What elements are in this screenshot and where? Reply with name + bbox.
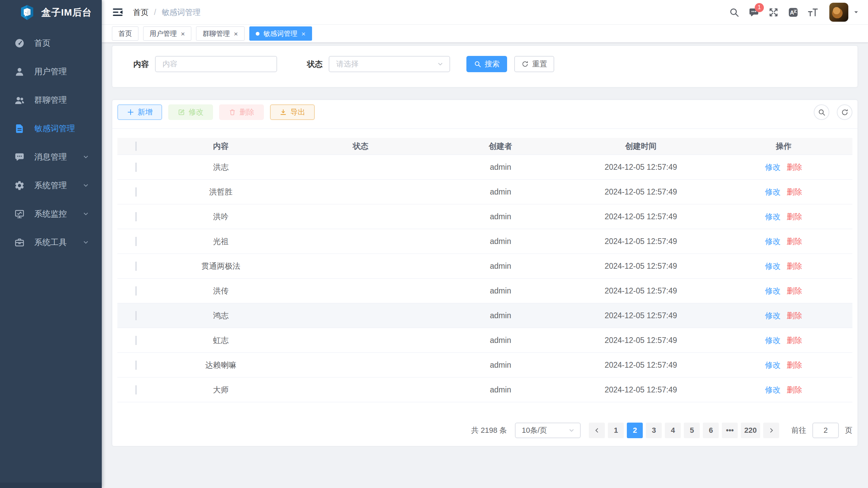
row-checkbox[interactable] <box>135 163 137 172</box>
search-button[interactable]: 搜索 <box>466 56 507 72</box>
row-checkbox[interactable] <box>135 187 137 197</box>
row-edit-link[interactable]: 修改 <box>765 360 780 370</box>
row-edit-link[interactable]: 修改 <box>765 187 780 197</box>
cell-content: 鸿志 <box>155 310 287 321</box>
page-button-2[interactable]: 2 <box>627 423 643 438</box>
sidebar-item-messages[interactable]: 消息管理 <box>0 143 102 171</box>
row-delete-link[interactable]: 删除 <box>787 335 802 346</box>
row-delete-link[interactable]: 删除 <box>787 261 802 271</box>
message-icon <box>14 152 25 162</box>
close-icon[interactable]: × <box>302 30 306 37</box>
add-button[interactable]: 新增 <box>117 104 162 120</box>
page-jump: 前往 页 <box>791 423 852 438</box>
sidebar-item-monitor[interactable]: 系统监控 <box>0 200 102 228</box>
row-checkbox[interactable] <box>135 286 137 296</box>
row-checkbox[interactable] <box>135 212 137 221</box>
select-all-checkbox[interactable] <box>135 142 137 151</box>
sidebar-item-groups[interactable]: 群聊管理 <box>0 86 102 114</box>
pager-ellipsis[interactable]: ••• <box>722 423 738 438</box>
cell-created: 2024-12-05 12:57:49 <box>567 187 715 197</box>
row-edit-link[interactable]: 修改 <box>765 335 780 346</box>
page-size-select[interactable]: 10条/页 <box>515 423 581 438</box>
pager: 123456•••220 <box>589 423 779 438</box>
row-checkbox[interactable] <box>135 262 137 271</box>
row-checkbox[interactable] <box>135 361 137 370</box>
tab-home[interactable]: 首页 <box>112 26 138 41</box>
notifications-message-icon[interactable]: 1 <box>749 7 759 18</box>
sidebar-item-system[interactable]: 系统管理 <box>0 171 102 200</box>
page-button-3[interactable]: 3 <box>646 423 662 438</box>
user-menu[interactable] <box>829 3 859 22</box>
status-filter-select[interactable]: 请选择 <box>329 56 450 72</box>
sidebar-menu: 首页 用户管理 群聊管理 敏感词管理 消息管理 系统管理 系统监控 系统工具 <box>0 25 102 257</box>
status-filter-label: 状态 <box>307 59 323 69</box>
search-icon[interactable] <box>729 7 739 18</box>
row-edit-link[interactable]: 修改 <box>765 236 780 247</box>
page-button-220[interactable]: 220 <box>741 423 760 438</box>
export-button[interactable]: 导出 <box>270 104 315 120</box>
content-filter-input[interactable] <box>155 56 277 72</box>
translate-icon[interactable]: A <box>788 7 798 18</box>
tabbar: 首页 用户管理 × 群聊管理 × 敏感词管理 × <box>102 25 868 43</box>
close-icon[interactable]: × <box>234 30 238 37</box>
close-icon[interactable]: × <box>181 30 185 37</box>
cell-creator: admin <box>434 385 567 394</box>
row-edit-link[interactable]: 修改 <box>765 162 780 172</box>
page-button-4[interactable]: 4 <box>665 423 681 438</box>
next-page-button[interactable] <box>763 423 779 438</box>
row-delete-link[interactable]: 删除 <box>787 187 802 197</box>
cell-content: 光祖 <box>155 236 287 247</box>
row-edit-link[interactable]: 修改 <box>765 385 780 395</box>
font-size-icon[interactable] <box>808 7 818 18</box>
row-checkbox[interactable] <box>135 237 137 246</box>
page-button-5[interactable]: 5 <box>684 423 700 438</box>
content: 内容 状态 请选择 搜索 重置 <box>102 43 868 488</box>
row-checkbox[interactable] <box>135 336 137 345</box>
fullscreen-icon[interactable] <box>768 7 779 18</box>
row-edit-link[interactable]: 修改 <box>765 211 780 222</box>
sidebar-item-tools[interactable]: 系统工具 <box>0 228 102 257</box>
row-delete-link[interactable]: 删除 <box>787 385 802 395</box>
cell-content: 洪志 <box>155 162 287 172</box>
toolbox-icon <box>14 237 25 248</box>
row-delete-link[interactable]: 删除 <box>787 286 802 296</box>
row-checkbox[interactable] <box>135 311 137 320</box>
table-refresh-icon[interactable] <box>837 104 852 120</box>
table-body: 洪志 admin 2024-12-05 12:57:49 修改 删除 洪哲胜 a… <box>117 155 852 402</box>
avatar[interactable] <box>829 3 848 22</box>
breadcrumb-home[interactable]: 首页 <box>133 7 149 18</box>
row-delete-link[interactable]: 删除 <box>787 236 802 247</box>
edit-button[interactable]: 修改 <box>168 104 213 120</box>
table-row: 鸿志 admin 2024-12-05 12:57:49 修改 删除 <box>117 303 852 328</box>
row-checkbox[interactable] <box>135 385 137 394</box>
goto-page-input[interactable] <box>812 423 839 438</box>
tab-groups[interactable]: 群聊管理 × <box>196 26 244 41</box>
row-delete-link[interactable]: 删除 <box>787 162 802 172</box>
delete-button[interactable]: 删除 <box>219 104 264 120</box>
row-edit-link[interactable]: 修改 <box>765 261 780 271</box>
cell-created: 2024-12-05 12:57:49 <box>567 336 715 345</box>
row-delete-link[interactable]: 删除 <box>787 360 802 370</box>
sidebar-item-sensitive-words[interactable]: 敏感词管理 <box>0 114 102 143</box>
row-edit-link[interactable]: 修改 <box>765 310 780 321</box>
page-button-1[interactable]: 1 <box>608 423 624 438</box>
plus-icon <box>127 108 134 116</box>
tab-users[interactable]: 用户管理 × <box>143 26 191 41</box>
toolbar-right <box>814 104 852 120</box>
sidebar-collapse-icon[interactable] <box>112 6 123 18</box>
reset-button[interactable]: 重置 <box>514 56 554 72</box>
row-edit-link[interactable]: 修改 <box>765 286 780 296</box>
page-button-6[interactable]: 6 <box>703 423 719 438</box>
row-delete-link[interactable]: 删除 <box>787 310 802 321</box>
row-delete-link[interactable]: 删除 <box>787 211 802 222</box>
sidebar-item-users[interactable]: 用户管理 <box>0 57 102 86</box>
prev-page-button[interactable] <box>589 423 605 438</box>
tab-sensitive-words[interactable]: 敏感词管理 × <box>249 26 312 41</box>
content-filter-label: 内容 <box>133 59 149 69</box>
table-search-icon[interactable] <box>814 104 829 120</box>
chevron-down-icon <box>82 210 90 218</box>
app-logo[interactable]: 盒子IM后台 <box>0 0 102 25</box>
sidebar-item-home[interactable]: 首页 <box>0 29 102 57</box>
breadcrumb: 首页 / 敏感词管理 <box>133 7 200 18</box>
cell-created: 2024-12-05 12:57:49 <box>567 163 715 172</box>
